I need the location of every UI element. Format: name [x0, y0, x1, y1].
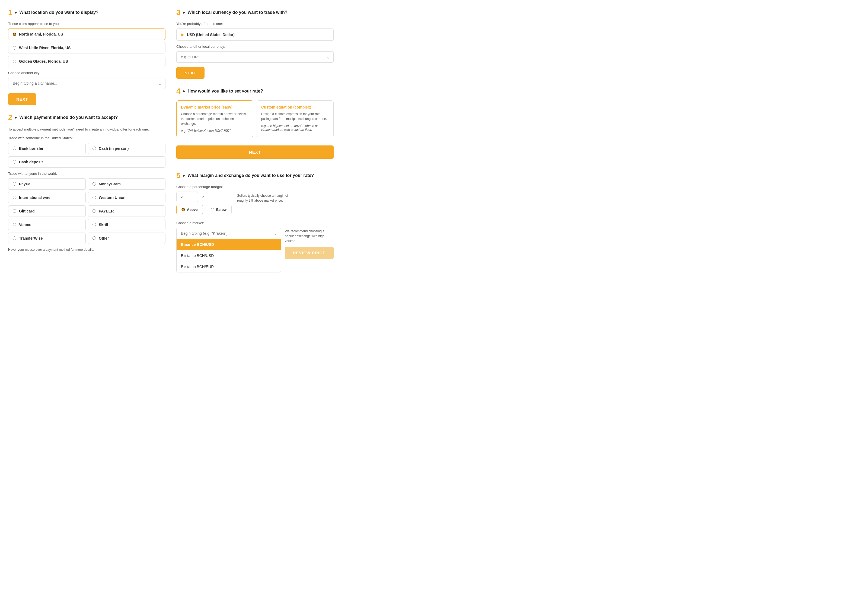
market-label: Choose a market: [176, 221, 334, 225]
section-title-1: What location do you want to display? [19, 10, 98, 15]
market-input-section: ⌄ Binance BCH/USD Bitstamp BCH/USD Bitst… [176, 228, 281, 272]
section-number-5: 5 [176, 171, 181, 180]
currency-check-icon: ▶ [181, 32, 184, 37]
city-option-0[interactable]: North Miami, Florida, US [8, 28, 166, 40]
section2-hint: To accept multiple payment methods, you'… [8, 127, 166, 132]
city-input-wrapper: ⌄ [8, 77, 166, 89]
us-methods-label: Trade with someone in the United States: [8, 136, 166, 140]
selected-currency-option[interactable]: ▶ USD (United States Dollar) [176, 28, 334, 41]
city-option-1[interactable]: West Little River, Florida, US [8, 42, 166, 53]
method-radio-skrill[interactable] [92, 223, 96, 226]
method-radio-gift-card[interactable] [13, 209, 16, 213]
method-label-skrill: Skrill [99, 223, 108, 227]
method-payeer[interactable]: PAYEER [88, 205, 166, 217]
method-radio-western-union[interactable] [92, 196, 96, 199]
city-input[interactable] [8, 77, 166, 89]
selected-currency-label: USD (United States Dollar) [187, 33, 235, 37]
section-title-2: Which payment method do you want to acce… [19, 115, 118, 120]
above-label: Above [187, 208, 198, 212]
market-dropdown: Binance BCH/USD Bitstamp BCH/USD Bitstam… [176, 239, 281, 272]
method-intl-wire[interactable]: International wire [8, 192, 86, 203]
section-2: 2 ► Which payment method do you want to … [8, 113, 166, 251]
currency-input-wrapper: ⌄ [176, 51, 334, 63]
hover-hint: Hover your mouse over a payment method f… [8, 248, 166, 251]
margin-controls: % Above Below [176, 192, 232, 218]
probable-label: You're probably after this one: [176, 22, 334, 26]
city-label-2: Golden Glades, Florida, US [19, 59, 68, 64]
method-label-venmo: Venmo [19, 223, 31, 227]
method-label-western-union: Western Union [99, 195, 126, 200]
below-option[interactable]: Below [206, 205, 232, 214]
method-radio-cash-deposit[interactable] [13, 160, 16, 163]
method-other[interactable]: Other [88, 233, 166, 244]
custom-rate-title: Custom equation (complex) [261, 105, 329, 109]
currency-dropdown-arrow-icon: ⌄ [326, 55, 330, 60]
margin-input[interactable] [176, 192, 198, 202]
margin-row: % Above Below Sellers typica [176, 192, 334, 218]
method-label-moneygram: MoneyGram [99, 182, 121, 186]
dynamic-rate-card[interactable]: Dynamic market price (easy) Choose a per… [176, 100, 253, 137]
method-radio-intl-wire[interactable] [13, 196, 16, 199]
review-price-button[interactable]: REVIEW PRICE [285, 247, 334, 259]
method-label-paypal: PayPal [19, 182, 31, 186]
market-dropdown-arrow-icon: ⌄ [274, 231, 277, 236]
triangle-icon-3: ► [183, 10, 186, 14]
method-radio-transferwise[interactable] [13, 236, 16, 240]
market-item-1[interactable]: Bitstamp BCH/USD [176, 250, 281, 261]
percent-label: % [201, 195, 204, 199]
city-radio-2[interactable] [13, 60, 16, 63]
method-label-gift-card: Gift card [19, 209, 35, 213]
method-western-union[interactable]: Western Union [88, 192, 166, 203]
method-gift-card[interactable]: Gift card [8, 205, 86, 217]
section3-next-button[interactable]: NEXT [176, 67, 204, 79]
section-title-5: What margin and exchange do you want to … [187, 173, 314, 178]
section-title-3: Which local currency do you want to trad… [187, 10, 287, 15]
method-radio-payeer[interactable] [92, 209, 96, 213]
method-radio-venmo[interactable] [13, 223, 16, 226]
below-label: Below [216, 208, 227, 212]
method-paypal[interactable]: PayPal [8, 178, 86, 190]
section-number-1: 1 [8, 8, 12, 17]
method-radio-paypal[interactable] [13, 182, 16, 186]
method-label-payeer: PAYEER [99, 209, 114, 213]
method-skrill[interactable]: Skrill [88, 219, 166, 230]
method-bank[interactable]: Bank transfer [8, 143, 86, 154]
currency-input[interactable] [176, 51, 334, 63]
another-city-label: Choose another city: [8, 71, 166, 75]
dynamic-rate-title: Dynamic market price (easy) [181, 105, 249, 109]
custom-rate-card[interactable]: Custom equation (complex) Design a custo… [256, 100, 334, 137]
section-3: 3 ► Which local currency do you want to … [176, 8, 334, 79]
custom-rate-desc: Design a custom expression for your rate… [261, 111, 329, 121]
method-radio-cash-person[interactable] [92, 147, 96, 150]
method-label-cash-deposit: Cash deposit [19, 160, 43, 164]
market-item-0[interactable]: Binance BCH/USD [176, 239, 281, 250]
method-cash-deposit[interactable]: Cash deposit [8, 156, 166, 168]
method-radio-moneygram[interactable] [92, 182, 96, 186]
section-number-2: 2 [8, 113, 12, 122]
method-radio-other[interactable] [92, 236, 96, 240]
section-number-3: 3 [176, 8, 181, 17]
above-option[interactable]: Above [176, 205, 203, 214]
city-radio-0[interactable] [13, 33, 16, 36]
above-radio[interactable] [181, 208, 185, 211]
method-label-transferwise: TransferWise [19, 236, 43, 241]
method-moneygram[interactable]: MoneyGram [88, 178, 166, 190]
market-input[interactable] [176, 228, 281, 239]
method-cash-person[interactable]: Cash (in person) [88, 143, 166, 154]
method-transferwise[interactable]: TransferWise [8, 233, 86, 244]
custom-rate-example: e.g. the highest bid on any Coinbase or … [261, 124, 329, 132]
section-title-4: How would you like to set your rate? [187, 89, 263, 94]
rate-options: Dynamic market price (easy) Choose a per… [176, 100, 334, 137]
market-item-2[interactable]: Bitstamp BCH/EUR [176, 261, 281, 272]
city-option-2[interactable]: Golden Glades, Florida, US [8, 56, 166, 67]
section4-next-button[interactable]: NEXT [176, 146, 334, 159]
below-radio[interactable] [211, 208, 214, 211]
method-radio-bank[interactable] [13, 147, 16, 150]
margin-hint: Sellers typically choose a margin of rou… [237, 193, 291, 203]
dynamic-rate-desc: Choose a percentage margin above or belo… [181, 111, 249, 126]
method-venmo[interactable]: Venmo [8, 219, 86, 230]
triangle-icon-1: ► [15, 10, 18, 14]
section1-next-button[interactable]: NEXT [8, 94, 36, 105]
city-radio-1[interactable] [13, 46, 16, 50]
market-hint-col: We recommend choosing a popular exchange… [285, 228, 334, 259]
